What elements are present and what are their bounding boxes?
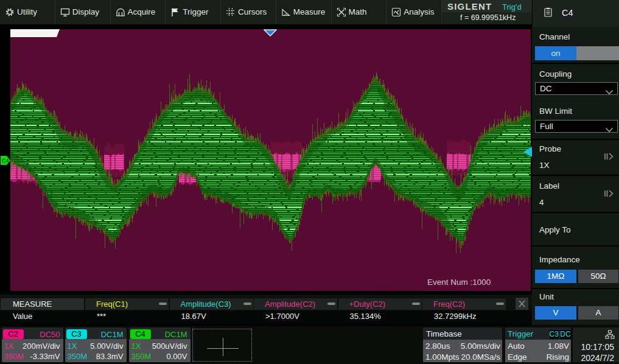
svg-text:C4: C4	[2, 158, 9, 164]
svg-text:Event Num :1000: Event Num :1000	[427, 278, 491, 287]
